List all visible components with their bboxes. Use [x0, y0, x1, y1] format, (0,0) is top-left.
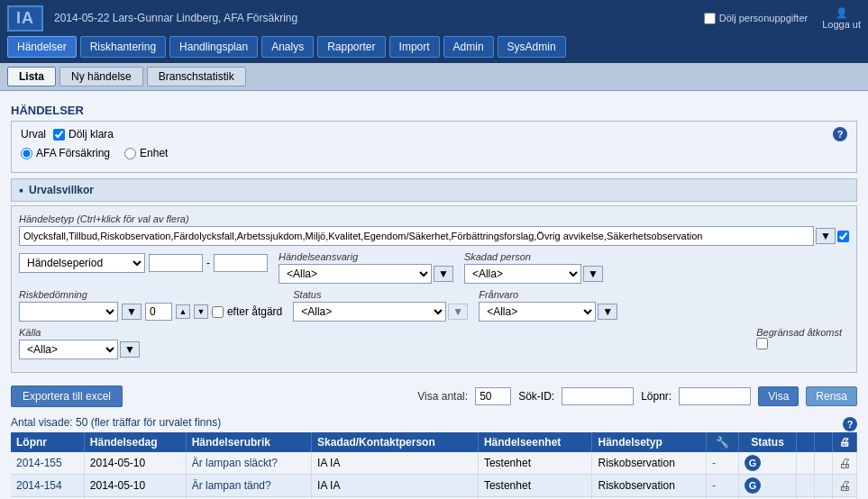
urvalsvillkor-header[interactable]: ▪ Urvalsvillkor — [11, 178, 857, 202]
urval-help-icon[interactable]: ? — [833, 127, 847, 141]
radio-afa-label: AFA Försäkring — [36, 147, 110, 159]
risk-up-btn[interactable]: ▲ — [176, 304, 190, 319]
lopnr-input[interactable] — [679, 387, 751, 405]
nav-handlingsplan[interactable]: Handlingsplan — [169, 36, 258, 58]
nav-riskhantering[interactable]: Riskhantering — [80, 36, 166, 58]
cell-print[interactable]: 🖨 — [833, 452, 857, 475]
cell-tool: - — [707, 475, 739, 497]
urval-label: Urval — [21, 128, 46, 141]
begransad-checkbox[interactable] — [756, 338, 768, 349]
table-header-row: Löpnr Händelsedag Händelserubrik Skadad/… — [11, 432, 857, 452]
table-row[interactable]: 2014-155 2014-05-10 Är lampan släckt? IA… — [11, 452, 857, 475]
cell-skadad: IA IA — [312, 475, 479, 497]
status-btn[interactable]: ▼ — [448, 304, 468, 320]
cell-col9 — [815, 452, 833, 475]
navbar: Händelser Riskhantering Handlingsplan An… — [0, 36, 868, 63]
skadad-btn[interactable]: ▼ — [583, 266, 603, 282]
hide-klara-checkbox[interactable] — [53, 129, 65, 141]
period-select[interactable]: Händelseperiod Skadat datum Rapporterat … — [19, 253, 145, 273]
period-from-input[interactable] — [149, 254, 203, 272]
result-help-icon[interactable]: ? — [843, 417, 857, 431]
radio-enhet-label: Enhet — [140, 147, 168, 159]
franvaro-select[interactable]: <Alla> — [479, 302, 596, 322]
risk-value-input[interactable] — [145, 303, 172, 321]
skadad-label: Skadad person — [464, 251, 603, 262]
result-info: Antal visade: 50 (fler träffar för urval… — [11, 416, 221, 429]
risk-dropdown-btn[interactable]: ▼ — [122, 304, 142, 320]
export-excel-btn[interactable]: Exportera till excel — [11, 386, 123, 407]
status-select[interactable]: <Alla> — [293, 302, 446, 322]
skadad-select[interactable]: <Alla> — [464, 264, 581, 284]
radio-afa-input[interactable] — [21, 148, 32, 159]
logout-label[interactable]: Logga ut — [822, 19, 861, 30]
event-type-input[interactable] — [19, 226, 814, 246]
subnav: Lista Ny händelse Branschstatistik — [0, 63, 868, 91]
radio-afa[interactable]: AFA Försäkring — [21, 147, 110, 159]
cell-typ: Riskobservation — [592, 475, 707, 497]
nav-analys[interactable]: Analys — [261, 36, 314, 58]
event-type-checkbox[interactable] — [837, 231, 849, 242]
nav-handelser[interactable]: Händelser — [7, 36, 77, 58]
cell-lopnr: 2014-154 — [11, 475, 84, 497]
ansvarig-select[interactable]: <Alla> — [279, 264, 432, 284]
status-badge: G — [745, 477, 761, 494]
nav-admin[interactable]: Admin — [443, 36, 494, 58]
user-info: 2014-05-22 Lars-Gunnar Lindberg, AFA För… — [54, 12, 704, 24]
status-label: Status — [293, 289, 468, 300]
hide-personal[interactable]: Dölj personuppgifter — [704, 13, 808, 24]
urval-section: Urval Dölj klara ? AFA Försäkring Enhet — [11, 121, 857, 173]
th-lopnr: Löpnr — [11, 432, 84, 452]
radio-enhet[interactable]: Enhet — [124, 147, 168, 159]
urvalsvillkor-title: Urvalsvillkor — [29, 184, 94, 196]
th-status: Status — [739, 432, 797, 452]
hide-personal-checkbox[interactable] — [704, 13, 716, 24]
cell-tool: - — [707, 452, 739, 475]
cell-col9 — [815, 475, 833, 497]
sok-id-input[interactable] — [562, 387, 634, 405]
begransad-group: Begränsad åtkomst — [756, 327, 842, 352]
risk-select[interactable] — [19, 302, 118, 322]
status-group: Status <Alla> ▼ — [293, 289, 468, 322]
subnav-ny-handelse[interactable]: Ny händelse — [59, 67, 143, 86]
kalla-btn[interactable]: ▼ — [120, 341, 140, 358]
table-row[interactable]: 2014-154 2014-05-10 Är lampan tänd? IA I… — [11, 475, 857, 497]
logout-area[interactable]: 👤 Logga ut — [822, 7, 861, 30]
kalla-select[interactable]: <Alla> — [19, 340, 118, 359]
urval-row: Urval Dölj klara ? — [21, 127, 847, 141]
lopnr-label: Löpnr: — [641, 390, 672, 403]
cell-status: G — [739, 452, 797, 475]
rensa-btn[interactable]: Rensa — [806, 386, 857, 406]
period-dash: - — [206, 257, 210, 269]
visa-antal-input[interactable] — [475, 387, 511, 405]
visa-btn[interactable]: Visa — [758, 386, 799, 406]
after-action-checkbox[interactable] — [212, 306, 224, 318]
risk-down-btn[interactable]: ▼ — [194, 304, 208, 319]
status-badge: G — [745, 455, 761, 471]
cell-rubrik: Är lampan släckt? — [186, 452, 311, 475]
hide-personal-label: Dölj personuppgifter — [719, 13, 808, 23]
hide-klara-check[interactable]: Dölj klara — [53, 128, 114, 141]
event-type-row: Händelsetyp (Ctrl+klick för val av flera… — [19, 213, 849, 246]
th-tool: 🔧 — [707, 432, 739, 452]
cell-typ: Riskobservation — [592, 452, 707, 475]
period-to-input[interactable] — [214, 254, 268, 272]
table-body: 2014-155 2014-05-10 Är lampan släckt? IA… — [11, 452, 857, 499]
th-rubrik: Händelserubrik — [186, 432, 311, 452]
ansvarig-btn[interactable]: ▼ — [434, 266, 453, 282]
cell-col8 — [797, 452, 815, 475]
event-type-input-wrap: ▼ — [19, 226, 849, 246]
cell-print[interactable]: 🖨 — [833, 475, 857, 497]
radio-enhet-input[interactable] — [124, 148, 136, 159]
hide-klara-label: Dölj klara — [69, 128, 114, 141]
form-row-3: Riskbedömning ▼ ▲ ▼ efter åtgärd St — [19, 289, 849, 322]
nav-sysadmin[interactable]: SysAdmin — [498, 36, 566, 58]
franvaro-label: Frånvaro — [479, 289, 617, 300]
main-content: HÄNDELSER Urval Dölj klara ? AFA Försäkr… — [0, 91, 868, 499]
nav-rapporter[interactable]: Rapporter — [317, 36, 385, 58]
subnav-branschstatistik[interactable]: Branschstatistik — [147, 67, 246, 86]
subnav-lista[interactable]: Lista — [7, 67, 56, 86]
event-type-dropdown-btn[interactable]: ▼ — [816, 228, 836, 244]
person-icon: 👤 — [836, 7, 848, 19]
franvaro-btn[interactable]: ▼ — [598, 304, 617, 320]
nav-import[interactable]: Import — [389, 36, 440, 58]
